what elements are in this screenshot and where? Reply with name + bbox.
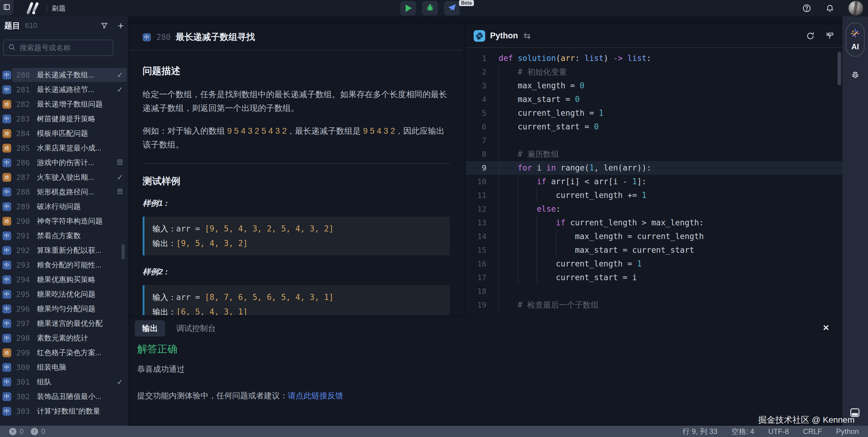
debug-button[interactable] <box>422 1 438 15</box>
code-line[interactable]: 15max_start = current_start <box>466 243 842 257</box>
line-number[interactable]: 6 <box>466 120 499 134</box>
sample-block: 输入：arr = [8, 7, 6, 5, 6, 5, 4, 3, 1]输出：[… <box>143 285 450 315</box>
add-problem-button[interactable]: + <box>118 22 124 30</box>
problem-title: 神奇字符串构造问题 <box>37 216 123 226</box>
language-mode[interactable]: Python <box>836 427 859 436</box>
list-item[interactable]: 中283树苗健康提升策略 <box>0 111 128 126</box>
code-line[interactable]: 2# 初始化变量 <box>466 65 842 79</box>
code-line[interactable]: 3max_length = 0 <box>466 79 842 93</box>
code-line[interactable]: 8# 遍历数组 <box>466 147 842 161</box>
list-item[interactable]: 中291禁着点方案数 <box>0 228 128 243</box>
tab-output[interactable]: 输出 <box>135 321 165 337</box>
list-item[interactable]: 难287火车驶入驶出顺...✓ <box>0 170 128 184</box>
avatar[interactable] <box>848 1 863 15</box>
close-icon[interactable]: × <box>823 322 829 333</box>
code-line[interactable]: 7 <box>466 134 842 147</box>
brand-logo-icon[interactable] <box>24 2 41 15</box>
list-item[interactable]: 难299红色格子染色方案... <box>0 345 128 360</box>
code-line[interactable]: 4max_start = 0 <box>466 93 842 106</box>
indentation-setting[interactable]: 空格: 4 <box>732 427 754 436</box>
switch-language-icon[interactable]: ⇆ <box>524 31 531 41</box>
list-item[interactable]: 难282最长递增子数组问题 <box>0 97 128 111</box>
line-number[interactable]: 4 <box>466 93 499 106</box>
cursor-position[interactable]: 行 9, 列 33 <box>682 427 717 436</box>
notifications-button[interactable] <box>825 4 835 13</box>
editor-scrollbar[interactable] <box>838 52 841 85</box>
line-number[interactable]: 10 <box>466 175 499 189</box>
code-line[interactable]: 5current_length = 1 <box>466 106 842 120</box>
problems-indicator[interactable]: ✕ 0 ! 0 <box>9 427 50 436</box>
code-line[interactable]: 6current_start = 0 <box>466 120 842 134</box>
sidebar-toggle-button[interactable] <box>0 0 13 15</box>
tab-debug-console[interactable]: 调试控制台 <box>176 323 216 334</box>
code-line[interactable]: 9for i in range(1, len(arr)): <box>466 161 842 175</box>
line-number[interactable]: 12 <box>466 202 499 216</box>
list-item[interactable]: 中295糖果吃法优化问题 <box>0 287 128 301</box>
encoding-setting[interactable]: UTF-8 <box>768 427 789 436</box>
list-item[interactable]: 中301组队✓ <box>0 375 128 389</box>
line-number[interactable]: 19 <box>466 298 499 312</box>
list-item[interactable]: 中281最长递减路径节...✓ <box>0 82 128 97</box>
list-item[interactable]: 中292算珠重新分配以获... <box>0 243 128 258</box>
line-number[interactable]: 7 <box>466 134 499 147</box>
code-line[interactable]: 12else: <box>466 202 842 216</box>
code-line[interactable]: 14max_length = current_length <box>466 230 842 243</box>
line-number[interactable]: 17 <box>466 271 499 284</box>
line-number[interactable]: 18 <box>466 284 499 298</box>
line-number[interactable]: 11 <box>466 189 499 202</box>
code-line[interactable]: 19# 检查最后一个子数组 <box>466 298 842 312</box>
code-line[interactable]: 1def solution(arr: list) -> list: <box>466 52 842 65</box>
line-number[interactable]: 2 <box>466 65 499 79</box>
list-item[interactable]: 难284模板串匹配问题 <box>0 126 128 141</box>
line-number[interactable]: 13 <box>466 216 499 230</box>
line-number[interactable]: 14 <box>466 230 499 243</box>
help-button[interactable] <box>802 4 811 13</box>
list-item[interactable]: 中286游戏中的伤害计... <box>0 155 128 170</box>
problem-number: 301 <box>16 378 34 386</box>
list-item[interactable]: 中280最长递减子数组...✓ <box>0 68 128 82</box>
line-number[interactable]: 16 <box>466 257 499 271</box>
line-number[interactable]: 8 <box>466 147 499 161</box>
code-line[interactable]: 17current_start = i <box>466 271 842 284</box>
list-item[interactable]: 中289破冰行动问题 <box>0 199 128 214</box>
list-item[interactable]: 中297糖果迷宫的最优分配 <box>0 316 128 331</box>
list-item[interactable]: 中302装饰品丑陋值最小... <box>0 389 128 404</box>
code-line[interactable]: 10if arr[i] < arr[i - 1]: <box>466 175 842 189</box>
line-number[interactable]: 3 <box>466 79 499 93</box>
search-icon <box>8 43 16 53</box>
reset-code-button[interactable] <box>806 31 815 40</box>
format-code-button[interactable] <box>825 31 835 40</box>
list-item[interactable]: 中303计算“好数组”的数量 <box>0 404 128 418</box>
code-line[interactable]: 11current_length += 1 <box>466 189 842 202</box>
sidebar-scrollbar[interactable] <box>122 244 125 260</box>
line-number[interactable]: 9 <box>466 161 499 175</box>
list-item[interactable]: 中288矩形棋盘路径问... <box>0 184 128 199</box>
line-number[interactable]: 5 <box>466 106 499 120</box>
code-line[interactable]: 18 <box>466 284 842 298</box>
problem-number: 283 <box>16 114 34 123</box>
submit-button[interactable] <box>444 1 460 15</box>
list-item[interactable]: 难285水果店果篮最小成... <box>0 141 128 155</box>
list-item[interactable]: 中300组装电脑 <box>0 360 128 375</box>
search-box[interactable] <box>3 40 113 56</box>
filter-icon[interactable] <box>100 22 108 30</box>
ai-assistant-button[interactable]: AI <box>846 23 865 57</box>
search-input[interactable] <box>19 43 115 53</box>
line-number[interactable]: 1 <box>466 52 499 65</box>
list-item[interactable]: 难290神奇字符串构造问题 <box>0 214 128 228</box>
list-item[interactable]: 中294糖果优惠购买策略 <box>0 272 128 287</box>
check-icon: ✓ <box>117 71 123 79</box>
sample-label: 样例1 : <box>143 198 450 209</box>
problem-title: 火车驶入驶出顺... <box>37 172 117 182</box>
code-line[interactable]: 16current_length = 1 <box>466 257 842 271</box>
list-item[interactable]: 中293粮食分配的可能性... <box>0 258 128 272</box>
list-item[interactable]: 中296糖果均匀分配问题 <box>0 301 128 316</box>
run-button[interactable] <box>400 1 416 15</box>
code-area[interactable]: 1def solution(arr: list) -> list:2# 初始化变… <box>466 48 842 315</box>
code-line[interactable]: 13if current_length > max_length: <box>466 216 842 230</box>
line-number[interactable]: 15 <box>466 243 499 257</box>
list-item[interactable]: 中298素数元素的统计 <box>0 331 128 345</box>
debug-panel-icon[interactable] <box>850 71 860 81</box>
eol-setting[interactable]: CRLF <box>803 427 822 436</box>
feedback-link[interactable]: 请点此链接反馈 <box>288 391 343 400</box>
